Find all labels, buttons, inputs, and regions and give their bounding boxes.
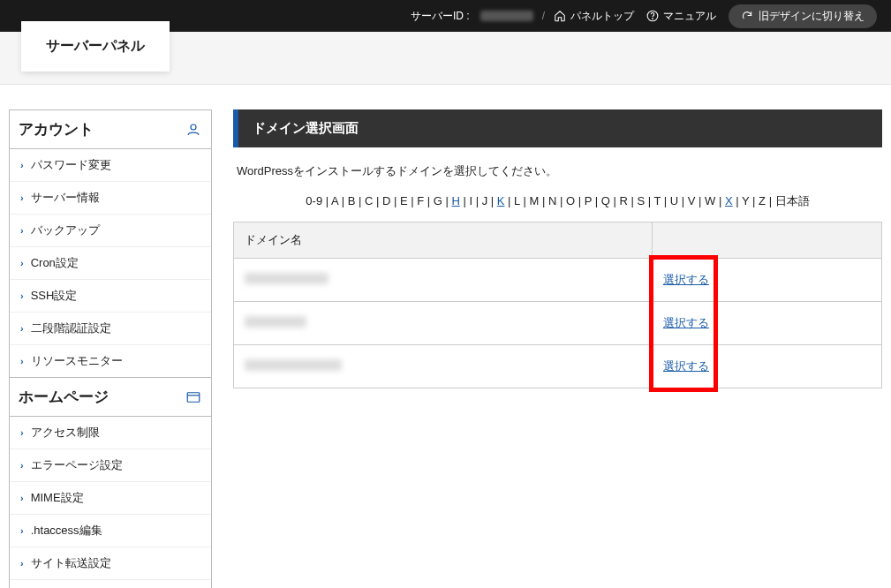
sidebar-item[interactable]: ›リソースモニター <box>10 345 211 377</box>
select-link[interactable]: 選択する <box>663 359 709 373</box>
action-cell: 選択する <box>653 302 882 345</box>
chevron-icon: › <box>20 258 24 268</box>
server-id-label: サーバーID : <box>411 9 470 24</box>
sidebar-item-label: パスワード変更 <box>31 157 111 173</box>
alpha-link[interactable]: K <box>497 194 505 207</box>
sidebar-item[interactable]: ›二段階認証設定 <box>10 313 211 345</box>
alpha-letter: 0-9 <box>306 194 322 207</box>
table-row: 選択する <box>234 345 882 388</box>
domain-name-blurred <box>245 359 342 371</box>
sidebar-item-label: サーバー情報 <box>31 190 100 206</box>
alpha-letter: F <box>417 194 424 207</box>
sidebar-item[interactable]: ›アクセス拒否設定 <box>10 580 211 588</box>
refresh-icon <box>741 10 753 22</box>
header-action <box>653 222 882 259</box>
action-cell: 選択する <box>653 345 882 388</box>
alpha-letter: M <box>529 194 539 207</box>
panel-top-link[interactable]: パネルトップ <box>554 9 634 24</box>
header-domain: ドメイン名 <box>234 222 653 259</box>
sidebar-item[interactable]: ›バックアップ <box>10 215 211 247</box>
alpha-letter: D <box>382 194 390 207</box>
select-link[interactable]: 選択する <box>663 316 709 329</box>
home-icon <box>554 10 566 22</box>
alpha-index: 0-9 | A | B | C | D | E | F | G | H | I … <box>233 188 882 222</box>
sidebar-item-label: アクセス制限 <box>31 425 100 441</box>
alpha-letter: L <box>514 194 520 207</box>
page-description: WordPressをインストールするドメインを選択してください。 <box>233 147 882 188</box>
alpha-letter: Q <box>601 194 610 207</box>
sidebar-item-label: サイト転送設定 <box>31 555 111 571</box>
alpha-link[interactable]: H <box>451 194 459 207</box>
chevron-icon: › <box>20 525 24 536</box>
sidebar-item[interactable]: ›エラーページ設定 <box>10 449 211 482</box>
sidebar: アカウント›パスワード変更›サーバー情報›バックアップ›Cron設定›SSH設定… <box>9 109 212 588</box>
chevron-icon: › <box>20 558 24 569</box>
sidebar-item[interactable]: ›Cron設定 <box>10 247 211 280</box>
alpha-letter: C <box>365 194 373 207</box>
logo: サーバーパネル <box>21 21 170 72</box>
alpha-letter: E <box>400 194 408 207</box>
window-icon <box>185 389 202 405</box>
alpha-letter: O <box>566 194 575 207</box>
sidebar-item[interactable]: ›サイト転送設定 <box>10 547 211 580</box>
server-id-value <box>480 11 533 21</box>
sidebar-section-header: アカウント <box>9 109 212 149</box>
alpha-letter: A <box>331 194 338 207</box>
alpha-letter: Z <box>759 194 766 207</box>
chevron-icon: › <box>20 225 24 236</box>
domain-cell <box>234 259 653 302</box>
sidebar-section-title: アカウント <box>19 119 94 139</box>
sidebar-item-label: .htaccess編集 <box>31 523 102 539</box>
alpha-letter: S <box>637 194 645 207</box>
chevron-icon: › <box>20 290 24 301</box>
user-icon <box>185 122 202 138</box>
sidebar-item-label: MIME設定 <box>31 490 84 506</box>
help-icon <box>646 10 659 22</box>
alpha-link[interactable]: X <box>725 194 733 207</box>
sidebar-section-header: ホームページ <box>9 377 212 417</box>
sidebar-item-label: Cron設定 <box>31 255 79 271</box>
alpha-letter: U <box>670 194 678 207</box>
old-design-button[interactable]: 旧デザインに切り替え <box>729 4 877 28</box>
chevron-icon: › <box>20 323 24 334</box>
alpha-letter: N <box>548 194 556 207</box>
page-title: ドメイン選択画面 <box>233 109 882 147</box>
sidebar-item-label: SSH設定 <box>31 288 78 304</box>
domain-table: ドメイン名 選択する選択する選択する <box>233 222 882 388</box>
table-row: 選択する <box>234 259 882 302</box>
main: ドメイン選択画面 WordPressをインストールするドメインを選択してください… <box>233 109 882 388</box>
alpha-letter: B <box>348 194 356 207</box>
sidebar-section-title: ホームページ <box>19 387 109 407</box>
sidebar-item[interactable]: ›アクセス制限 <box>10 417 211 449</box>
table-row: 選択する <box>234 302 882 345</box>
manual-link[interactable]: マニュアル <box>646 9 716 24</box>
alpha-letter: 日本語 <box>775 194 810 207</box>
action-cell: 選択する <box>653 259 882 302</box>
sidebar-item-label: エラーページ設定 <box>31 457 123 473</box>
select-link[interactable]: 選択する <box>663 273 709 286</box>
alpha-letter: P <box>585 194 592 207</box>
sidebar-item[interactable]: ›.htaccess編集 <box>10 515 211 547</box>
chevron-icon: › <box>20 427 24 438</box>
subheader: サーバーパネル <box>0 32 891 85</box>
sidebar-item[interactable]: ›サーバー情報 <box>10 182 211 215</box>
domain-cell <box>234 345 653 388</box>
sidebar-item[interactable]: ›SSH設定 <box>10 280 211 313</box>
chevron-icon: › <box>20 460 24 471</box>
chevron-icon: › <box>20 192 24 203</box>
sidebar-item[interactable]: ›パスワード変更 <box>10 149 211 182</box>
sidebar-item-label: 二段階認証設定 <box>31 320 111 336</box>
alpha-letter: W <box>705 194 715 207</box>
alpha-letter: G <box>434 194 442 207</box>
svg-rect-3 <box>187 392 200 402</box>
svg-point-1 <box>653 19 653 19</box>
sidebar-item-label: リソースモニター <box>31 353 123 369</box>
sidebar-item-label: バックアップ <box>31 222 100 238</box>
chevron-icon: › <box>20 356 24 366</box>
svg-point-2 <box>191 124 196 130</box>
domain-cell <box>234 302 653 345</box>
domain-name-blurred <box>245 273 328 284</box>
chevron-icon: › <box>20 493 24 503</box>
sidebar-item[interactable]: ›MIME設定 <box>10 482 211 515</box>
chevron-icon: › <box>20 160 24 170</box>
